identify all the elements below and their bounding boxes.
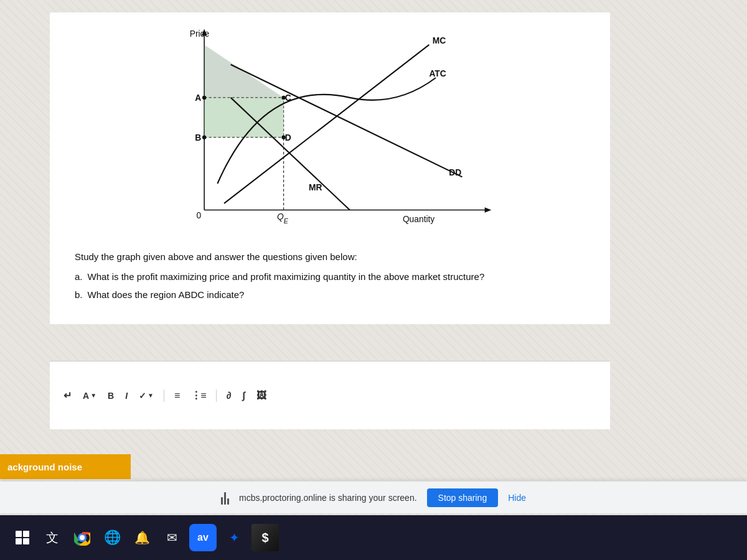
share-icon xyxy=(221,491,229,505)
noise-text: ackground noise xyxy=(7,462,82,472)
italic-label: I xyxy=(125,391,128,401)
image-button[interactable]: 🖼 xyxy=(253,388,270,403)
taskbar: 文 🌐 🔔 ✉ av ✦ $ xyxy=(0,515,747,560)
question-a-label: a. xyxy=(75,269,83,285)
font-dropdown-arrow[interactable]: ▼ xyxy=(90,392,96,399)
svg-text:DD: DD xyxy=(449,167,461,177)
screen-share-bar: mcbs.proctoring.online is sharing your s… xyxy=(0,481,747,513)
math-button[interactable]: ∫ xyxy=(239,388,249,403)
svg-point-25 xyxy=(281,96,285,100)
background-noise-label: ackground noise xyxy=(0,454,131,479)
edge-icon[interactable]: 🌐 xyxy=(100,525,125,550)
editor-toolbar: ↵ A ▼ B I ✓ ▼ ≡ ⋮≡ ∂ ∫ 🖼 xyxy=(50,361,610,429)
indent-button[interactable]: ↵ xyxy=(60,388,75,403)
svg-point-28 xyxy=(202,135,206,139)
svg-text:Price: Price xyxy=(190,29,210,39)
question-b-text: What does the region ABDC indicate? xyxy=(88,287,245,303)
svg-text:0: 0 xyxy=(196,210,201,220)
share-message: mcbs.proctoring.online is sharing your s… xyxy=(239,493,417,503)
italic-button[interactable]: I xyxy=(121,389,131,403)
toolbar-sep-2 xyxy=(216,390,217,402)
bullet-list-icon: ≡ xyxy=(174,390,180,401)
svg-text:Quantity: Quantity xyxy=(403,214,435,224)
svg-text:B: B xyxy=(195,133,201,142)
question-a: a. What is the profit maximizing price a… xyxy=(75,269,585,285)
svg-text:D: D xyxy=(285,133,291,142)
bold-button[interactable]: B xyxy=(104,389,118,403)
windows-start-button[interactable] xyxy=(10,525,35,550)
question-intro: Study the graph given above and answer t… xyxy=(75,249,585,265)
numbered-list-icon: ⋮≡ xyxy=(191,390,205,401)
svg-point-26 xyxy=(281,135,285,139)
bullet-list-button[interactable]: ≡ xyxy=(171,388,184,403)
question-b-label: b. xyxy=(75,287,83,303)
font-button[interactable]: A ▼ xyxy=(79,389,100,403)
dollar-icon[interactable]: $ xyxy=(251,524,279,551)
svg-marker-3 xyxy=(485,207,492,213)
special-char-button[interactable]: ∂ xyxy=(223,388,235,403)
svg-text:C: C xyxy=(285,93,291,103)
mail-icon[interactable]: ✉ xyxy=(159,525,184,550)
check-dropdown-arrow[interactable]: ▼ xyxy=(148,392,154,399)
check-button[interactable]: ✓ ▼ xyxy=(135,389,157,403)
notification-icon[interactable]: 🔔 xyxy=(129,525,154,550)
av-icon[interactable]: av xyxy=(189,524,217,551)
svg-point-30 xyxy=(80,535,85,540)
svg-point-27 xyxy=(202,96,206,100)
question-b: b. What does the region ABDC indicate? xyxy=(75,287,585,303)
svg-marker-13 xyxy=(204,98,284,138)
economics-graph: Price Quantity 0 QE MC xyxy=(143,25,517,236)
svg-text:QE: QE xyxy=(277,212,289,225)
content-card: Price Quantity 0 QE MC xyxy=(50,12,610,324)
check-label: ✓ xyxy=(139,391,146,401)
svg-text:MC: MC xyxy=(433,35,446,45)
svg-text:MR: MR xyxy=(309,182,322,192)
graph-container: Price Quantity 0 QE MC xyxy=(68,25,591,236)
bold-label: B xyxy=(108,391,114,401)
svg-text:ATC: ATC xyxy=(429,68,446,78)
chrome-icon[interactable] xyxy=(70,525,95,550)
dropbox-icon[interactable]: ✦ xyxy=(222,525,247,550)
toolbar-sep-1 xyxy=(164,390,164,402)
questions-section: Study the graph given above and answer t… xyxy=(68,249,591,303)
font-label: A xyxy=(83,391,89,401)
svg-text:A: A xyxy=(195,93,201,103)
question-a-text: What is the profit maximizing price and … xyxy=(88,269,485,285)
ime-button[interactable]: 文 xyxy=(40,525,65,550)
svg-line-19 xyxy=(231,98,350,210)
numbered-list-button[interactable]: ⋮≡ xyxy=(187,388,209,403)
hide-button[interactable]: Hide xyxy=(508,493,526,503)
stop-sharing-button[interactable]: Stop sharing xyxy=(427,488,499,507)
